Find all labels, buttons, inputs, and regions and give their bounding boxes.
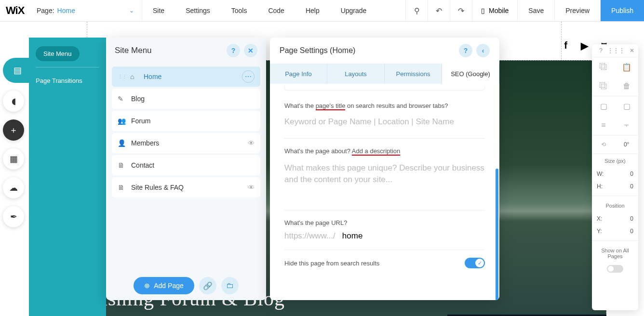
mobile-button[interactable]: ▯ Mobile bbox=[472, 0, 517, 21]
url-value[interactable]: home bbox=[342, 231, 363, 241]
url-field-group: What's the page URL? https://www.../ hom… bbox=[284, 211, 485, 250]
page-item-members[interactable]: 👤 Members 👁 bbox=[112, 133, 260, 153]
site-menu-title: Site Menu bbox=[115, 46, 152, 55]
page-item-forum[interactable]: 👥 Forum bbox=[112, 111, 260, 131]
help-icon[interactable]: ? bbox=[599, 47, 603, 54]
menu-site[interactable]: Site bbox=[142, 0, 175, 21]
page-label: Members bbox=[131, 139, 159, 147]
duplicate-icon[interactable]: ⿻ bbox=[592, 77, 615, 96]
preview-button[interactable]: Preview bbox=[554, 0, 600, 21]
bookings-button[interactable]: ✒ bbox=[3, 206, 24, 227]
size-heading: Size (px) bbox=[592, 154, 638, 168]
youtube-icon[interactable]: ▶ bbox=[581, 40, 588, 52]
height-value[interactable]: 0 bbox=[630, 183, 633, 190]
distribute-icon[interactable]: ⫟ bbox=[615, 116, 638, 135]
width-label: W: bbox=[597, 171, 604, 177]
copy-icon[interactable]: ⿻ bbox=[592, 57, 615, 77]
folder-icon[interactable]: 🗀 bbox=[221, 277, 239, 294]
x-value[interactable]: 0 bbox=[630, 215, 633, 222]
undo-icon[interactable]: ↶ bbox=[428, 0, 450, 21]
site-menu-list: ⋮⋮ ⌂ Home ⋯ ✎ Blog 👥 Forum 👤 Members 👁 🗎… bbox=[106, 64, 266, 271]
blog-icon: ✎ bbox=[118, 95, 127, 103]
top-menu: Site Settings Tools Code Help Upgrade bbox=[142, 0, 377, 21]
zoom-out-icon[interactable]: ⚲ bbox=[405, 0, 428, 21]
home-icon: ⌂ bbox=[130, 73, 140, 80]
tab-page-info[interactable]: Page Info bbox=[270, 64, 327, 84]
menu-tools[interactable]: Tools bbox=[221, 0, 258, 21]
pages-button[interactable]: ▤ bbox=[5, 60, 30, 81]
page-label: Blog bbox=[131, 95, 145, 103]
hide-page-toggle[interactable] bbox=[465, 258, 485, 268]
page-label: Home bbox=[144, 73, 161, 80]
redo-icon[interactable]: ↷ bbox=[450, 0, 472, 21]
upload-button[interactable]: ☁ bbox=[3, 177, 24, 198]
chevron-down-icon: ⌄ bbox=[129, 7, 134, 14]
x-label: X: bbox=[597, 215, 602, 222]
url-label: What's the page URL? bbox=[284, 219, 485, 226]
page-item-home[interactable]: ⋮⋮ ⌂ Home ⋯ bbox=[112, 66, 260, 87]
tab-layouts[interactable]: Layouts bbox=[327, 64, 385, 84]
close-icon[interactable]: ✕ bbox=[244, 44, 257, 57]
link-icon[interactable]: 🔗 bbox=[199, 277, 216, 294]
save-button[interactable]: Save bbox=[517, 0, 554, 21]
help-icon[interactable]: ? bbox=[227, 44, 240, 57]
drag-handle-icon[interactable]: ⋮⋮ bbox=[118, 74, 126, 80]
site-menu-panel: Site Menu ? ✕ ⋮⋮ ⌂ Home ⋯ ✎ Blog 👥 Forum… bbox=[106, 38, 266, 300]
title-input[interactable] bbox=[284, 114, 485, 130]
menu-help[interactable]: Help bbox=[295, 0, 330, 21]
pages-side-panel: Site Menu Page Transitions bbox=[29, 38, 106, 316]
help-icon[interactable]: ? bbox=[459, 44, 472, 57]
back-icon[interactable]: ‹ bbox=[476, 44, 490, 57]
rotate-icon[interactable]: ⟲ bbox=[601, 141, 606, 148]
hide-page-label: Hide this page from search results bbox=[284, 260, 379, 267]
mobile-icon: ▯ bbox=[481, 7, 485, 14]
mobile-label: Mobile bbox=[489, 7, 509, 14]
site-menu-tab[interactable]: Site Menu bbox=[36, 46, 80, 61]
paste-icon[interactable]: 📋 bbox=[615, 57, 638, 77]
drag-handle-icon[interactable]: ⋮⋮⋮ bbox=[607, 47, 625, 54]
tab-permissions[interactable]: Permissions bbox=[385, 64, 442, 84]
title-underline: page's title bbox=[316, 102, 346, 110]
arrange-forward-icon[interactable]: ▢ bbox=[592, 96, 615, 116]
hide-page-row: Hide this page from search results bbox=[284, 250, 485, 268]
add-page-button[interactable]: ⊕ Add Page bbox=[134, 277, 194, 294]
description-input[interactable] bbox=[284, 159, 485, 199]
menu-upgrade[interactable]: Upgrade bbox=[330, 0, 377, 21]
page-transitions-item[interactable]: Page Transitions bbox=[29, 73, 106, 88]
apps-button[interactable]: ▦ bbox=[3, 148, 24, 170]
add-page-label: Add Page bbox=[154, 282, 184, 290]
y-value[interactable]: 0 bbox=[630, 228, 633, 235]
menu-code[interactable]: Code bbox=[257, 0, 295, 21]
publish-button[interactable]: Publish bbox=[600, 0, 644, 21]
wix-logo[interactable]: WiX bbox=[0, 4, 29, 17]
arrange-backward-icon[interactable]: ▢ bbox=[615, 96, 638, 116]
background-button[interactable]: ◖ bbox=[3, 91, 24, 112]
y-label: Y: bbox=[597, 228, 602, 235]
align-icon[interactable]: ≡ bbox=[592, 116, 615, 135]
url-prefix: https://www.../ bbox=[284, 231, 335, 241]
add-button[interactable]: ＋ bbox=[3, 119, 24, 141]
hidden-icon[interactable]: 👁 bbox=[248, 139, 255, 147]
rotation-value[interactable]: 0° bbox=[624, 141, 629, 148]
position-heading: Position bbox=[592, 199, 638, 212]
show-all-toggle[interactable] bbox=[607, 265, 623, 273]
page-item-blog[interactable]: ✎ Blog bbox=[112, 89, 260, 109]
tab-seo[interactable]: SEO (Google) bbox=[442, 64, 499, 84]
hidden-icon[interactable]: 👁 bbox=[248, 184, 255, 191]
page-name: Home bbox=[57, 7, 75, 14]
width-value[interactable]: 0 bbox=[630, 171, 633, 177]
settings-tabs: Page Info Layouts Permissions SEO (Googl… bbox=[270, 64, 499, 84]
height-label: H: bbox=[597, 183, 603, 190]
page-item-rules[interactable]: 🗎 Site Rules & FAQ 👁 bbox=[112, 177, 260, 198]
members-icon: 👤 bbox=[118, 139, 127, 147]
page-item-contact[interactable]: 🗎 Contact bbox=[112, 155, 260, 175]
facebook-icon[interactable]: f bbox=[564, 40, 567, 52]
menu-settings[interactable]: Settings bbox=[175, 0, 221, 21]
scrollbar[interactable] bbox=[496, 169, 498, 300]
close-icon[interactable]: ✕ bbox=[630, 47, 634, 54]
more-icon[interactable]: ⋯ bbox=[242, 70, 255, 83]
delete-icon[interactable]: 🗑 bbox=[615, 77, 638, 96]
description-label: What's the page about? Add a description bbox=[284, 147, 485, 155]
rules-icon: 🗎 bbox=[118, 184, 127, 191]
page-selector[interactable]: Page: Home ⌄ bbox=[29, 0, 142, 21]
